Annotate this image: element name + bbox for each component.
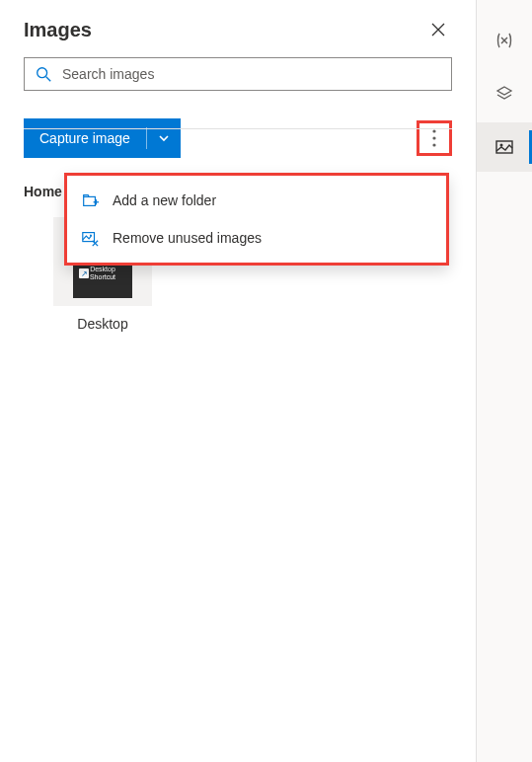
menu-item-add-folder[interactable]: Add a new folder	[67, 182, 446, 219]
svg-line-1	[46, 77, 51, 82]
divider	[24, 128, 452, 129]
remove-images-icon	[81, 229, 99, 247]
svg-point-4	[432, 143, 435, 146]
more-actions-menu: Add a new folder Remove unused images	[64, 173, 449, 266]
capture-dropdown-toggle[interactable]	[147, 118, 181, 158]
variables-icon	[494, 31, 514, 50]
layers-icon	[494, 84, 514, 104]
capture-image-button[interactable]: Capture image	[24, 118, 181, 158]
capture-label: Capture image	[24, 130, 146, 146]
rail-layers-button[interactable]	[477, 69, 532, 118]
chevron-down-icon	[158, 132, 170, 144]
images-panel: Images Capture image Home ↗	[0, 0, 477, 762]
panel-header: Images	[24, 10, 452, 57]
images-icon	[494, 137, 514, 157]
svg-point-9	[90, 234, 92, 236]
tile-text: DesktopShortcut	[90, 266, 115, 280]
shortcut-arrow-icon: ↗	[79, 268, 89, 278]
search-box[interactable]	[24, 57, 452, 91]
svg-rect-5	[84, 196, 96, 205]
menu-label: Remove unused images	[113, 230, 262, 246]
svg-point-0	[38, 68, 47, 78]
menu-label: Add a new folder	[113, 192, 216, 208]
close-button[interactable]	[424, 16, 452, 43]
svg-point-13	[500, 144, 503, 147]
svg-point-3	[432, 136, 435, 139]
add-folder-icon	[81, 191, 99, 209]
search-input[interactable]	[62, 66, 441, 82]
svg-rect-12	[496, 141, 512, 153]
search-icon	[35, 65, 52, 83]
rail-images-button[interactable]	[477, 122, 532, 172]
close-icon	[431, 23, 445, 37]
svg-rect-8	[83, 233, 95, 242]
image-label: Desktop	[77, 316, 127, 332]
panel-title: Images	[24, 19, 92, 41]
rail-variables-button[interactable]	[477, 16, 532, 65]
toolbar: Capture image	[24, 118, 452, 158]
menu-item-remove-unused[interactable]: Remove unused images	[67, 219, 446, 257]
more-actions-button[interactable]	[417, 120, 452, 156]
more-vertical-icon	[432, 129, 436, 147]
svg-point-2	[432, 129, 435, 132]
side-rail	[477, 0, 532, 762]
